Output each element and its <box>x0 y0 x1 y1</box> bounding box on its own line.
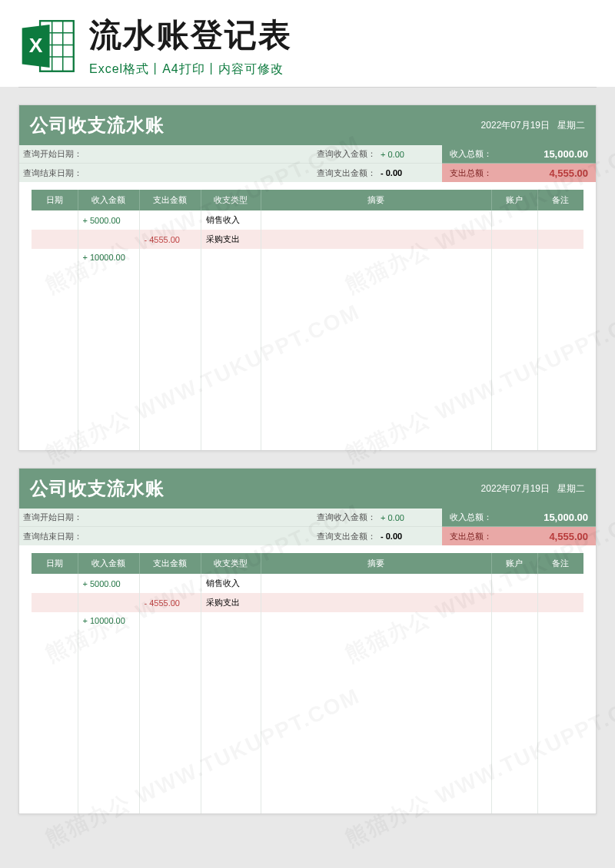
col-income: 收入金额 <box>78 190 139 210</box>
expense-total-label: 支出总额： <box>450 531 492 542</box>
summary-left: 查询开始日期： 查询收入金额： + 0.00 查询结束日期： 查询支出金额： -… <box>19 145 442 182</box>
income-total-label: 收入总额： <box>450 148 492 160</box>
sub-title: Excel格式丨A4打印丨内容可修改 <box>89 61 597 78</box>
cell-type[interactable]: 采购支出 <box>201 230 261 249</box>
table-wrap: 日期 收入金额 支出金额 收支类型 摘要 账户 备注 + 5000.00 销售收… <box>19 182 596 450</box>
cell-income[interactable]: + 10000.00 <box>78 612 139 629</box>
cell-type[interactable]: 销售收入 <box>201 210 261 230</box>
table-row[interactable]: - 4555.00 采购支出 <box>32 230 583 249</box>
cell-type[interactable]: 采购支出 <box>201 593 261 612</box>
col-date: 日期 <box>32 190 78 210</box>
svg-text:X: X <box>29 33 43 56</box>
summary-right: 收入总额： 15,000.00 支出总额： 4,555.00 <box>442 509 596 545</box>
end-date-label: 查询结束日期： <box>19 531 88 542</box>
col-note: 备注 <box>537 190 583 210</box>
start-date-label: 查询开始日期： <box>19 148 88 160</box>
expense-total-value: 4,555.00 <box>549 167 588 179</box>
col-note: 备注 <box>537 553 583 574</box>
col-account: 账户 <box>491 190 537 210</box>
cell-income[interactable]: + 10000.00 <box>78 249 139 266</box>
expense-total-value: 4,555.00 <box>549 531 588 542</box>
expense-total-label: 支出总额： <box>450 167 492 179</box>
table-row[interactable]: - 4555.00 采购支出 <box>32 593 583 612</box>
col-summary: 摘要 <box>261 190 491 210</box>
sheet-title: 公司收支流水账 <box>30 113 165 137</box>
income-query-value: + 0.00 <box>381 513 442 522</box>
title-block: 流水账登记表 Excel格式丨A4打印丨内容可修改 <box>89 14 597 78</box>
sheet-title-bar: 公司收支流水账 2022年07月19日 星期二 <box>19 469 596 509</box>
preview-area: 公司收支流水账 2022年07月19日 星期二 查询开始日期： 查询收入金额： … <box>0 91 615 814</box>
col-type: 收支类型 <box>201 190 261 210</box>
cell-income[interactable]: + 5000.00 <box>78 574 139 593</box>
table-empty-space <box>32 629 583 813</box>
weekday-value: 星期二 <box>557 482 585 495</box>
col-type: 收支类型 <box>201 553 261 574</box>
cell-income[interactable]: + 5000.00 <box>78 210 139 230</box>
expense-query-label: 查询支出金额： <box>311 167 381 179</box>
expense-query-value: - 0.00 <box>381 168 442 177</box>
main-title: 流水账登记表 <box>89 14 597 57</box>
col-date: 日期 <box>32 553 78 574</box>
summary-left: 查询开始日期： 查询收入金额： + 0.00 查询结束日期： 查询支出金额： -… <box>19 509 442 545</box>
excel-icon: X <box>18 16 78 76</box>
table-header-row: 日期 收入金额 支出金额 收支类型 摘要 账户 备注 <box>32 553 583 574</box>
col-income: 收入金额 <box>78 553 139 574</box>
income-total-label: 收入总额： <box>450 512 492 523</box>
start-date-label: 查询开始日期： <box>19 512 88 523</box>
expense-query-value: - 0.00 <box>381 532 442 541</box>
ledger-table: 日期 收入金额 支出金额 收支类型 摘要 账户 备注 + 5000.00 销售收… <box>32 553 583 813</box>
summary-bar: 查询开始日期： 查询收入金额： + 0.00 查询结束日期： 查询支出金额： -… <box>19 145 596 182</box>
summary-right: 收入总额： 15,000.00 支出总额： 4,555.00 <box>442 145 596 182</box>
income-query-value: + 0.00 <box>381 150 442 159</box>
sheet-date: 2022年07月19日 星期二 <box>481 119 585 132</box>
income-total-value: 15,000.00 <box>544 512 588 523</box>
col-expense: 支出金额 <box>139 553 201 574</box>
table-header-row: 日期 收入金额 支出金额 收支类型 摘要 账户 备注 <box>32 190 583 210</box>
cell-expense[interactable]: - 4555.00 <box>139 230 201 249</box>
date-value: 2022年07月19日 <box>481 482 550 495</box>
table-row[interactable]: + 10000.00 <box>32 612 583 629</box>
cell-type[interactable]: 销售收入 <box>201 574 261 593</box>
col-summary: 摘要 <box>261 553 491 574</box>
weekday-value: 星期二 <box>557 119 585 132</box>
table-row[interactable]: + 10000.00 <box>32 249 583 266</box>
sheet-title-bar: 公司收支流水账 2022年07月19日 星期二 <box>19 105 596 145</box>
col-expense: 支出金额 <box>139 190 201 210</box>
table-row[interactable]: + 5000.00 销售收入 <box>32 210 583 230</box>
cell-expense[interactable]: - 4555.00 <box>139 593 201 612</box>
sheet-preview-2: 公司收支流水账 2022年07月19日 星期二 查询开始日期： 查询收入金额： … <box>18 468 597 814</box>
expense-query-label: 查询支出金额： <box>311 531 381 542</box>
income-total-value: 15,000.00 <box>544 148 588 160</box>
end-date-label: 查询结束日期： <box>19 167 88 179</box>
sheet-title: 公司收支流水账 <box>30 476 165 501</box>
date-value: 2022年07月19日 <box>481 119 550 132</box>
table-row[interactable]: + 5000.00 销售收入 <box>32 574 583 593</box>
ledger-table: 日期 收入金额 支出金额 收支类型 摘要 账户 备注 + 5000.00 销售收… <box>32 190 583 450</box>
page-header: X 流水账登记表 Excel格式丨A4打印丨内容可修改 <box>0 0 615 87</box>
table-empty-space <box>32 266 583 450</box>
summary-bar: 查询开始日期： 查询收入金额： + 0.00 查询结束日期： 查询支出金额： -… <box>19 509 596 545</box>
sheet-date: 2022年07月19日 星期二 <box>481 482 585 495</box>
header-divider <box>18 87 597 88</box>
sheet-preview-1: 公司收支流水账 2022年07月19日 星期二 查询开始日期： 查询收入金额： … <box>18 104 597 451</box>
income-query-label: 查询收入金额： <box>311 512 381 523</box>
table-wrap: 日期 收入金额 支出金额 收支类型 摘要 账户 备注 + 5000.00 销售收… <box>19 545 596 813</box>
col-account: 账户 <box>491 553 537 574</box>
income-query-label: 查询收入金额： <box>311 148 381 160</box>
